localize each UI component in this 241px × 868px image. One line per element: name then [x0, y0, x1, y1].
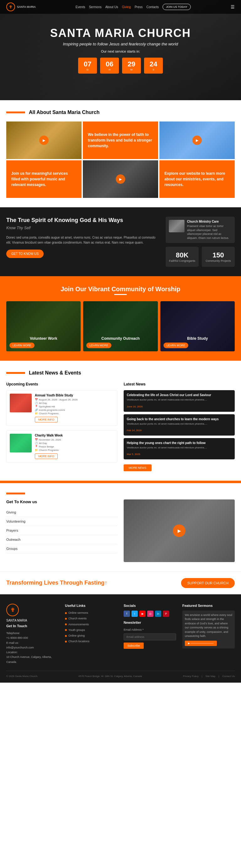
footer-address-bottom: 4576 Peace Bridge, W. 38th St. Calgary, … [78, 675, 142, 678]
event-meta-1: 📅 August 26, 2026 - August 26, 2026 🕐 Al… [35, 398, 78, 415]
stats-row: 80K Faithful Congregants 150 Community P… [166, 247, 235, 267]
nav-sermons[interactable]: Sermons [89, 5, 101, 9]
stat-projects: 150 Community Projects [202, 247, 235, 267]
link-dot [65, 612, 67, 614]
more-news-button[interactable]: MORE NEWS [124, 464, 152, 471]
footer-address: 10 Church Avenue, Calgary, Alberta, Cana… [6, 655, 59, 664]
play-button-3[interactable]: ▶ [116, 175, 125, 184]
worship-learn-more-1[interactable]: LEARN MORE [9, 343, 34, 348]
worship-card-community: Community Outreach LEARN MORE [83, 301, 158, 351]
footer-privacy[interactable]: Privacy Policy [183, 675, 198, 678]
events-col-title: Upcoming Events [6, 382, 117, 386]
news-column: Latest News Celebrating the life of Jesu… [124, 382, 235, 471]
support-button[interactable]: SUPPORT OUR CHURCH [181, 578, 235, 588]
news-item-2: Going back to the ancient churches to le… [124, 414, 235, 436]
worship-card-overlay-3: Bible Study LEARN MORE [160, 301, 235, 351]
footer-links-col: Useful Links Online sermons Church event… [65, 604, 117, 664]
event-btn-2[interactable]: MORE INFO [35, 454, 58, 459]
explore-text: Explore our website to learn more about … [164, 170, 230, 188]
sermon-text: We envision a world where every soul fin… [185, 613, 232, 639]
footer-telephone-label: Telephone: [6, 631, 59, 636]
event-image-1 [10, 394, 32, 412]
footer-bottom: © 2026 Santa Maria Church 4576 Peace Bri… [6, 671, 235, 678]
footer-link-4[interactable]: Youth groups [65, 628, 117, 632]
news-section: Latest News & Events Upcoming Events Ann… [0, 361, 241, 480]
event-image-2 [10, 434, 32, 453]
nav-giving[interactable]: Giving [122, 5, 131, 9]
hero-content: SANTA MARIA CHURCH Inspiring people to f… [50, 27, 191, 73]
event-meta-2: 📅 November 20, 2026 🕐 All Day 📍 Peace Br… [35, 438, 63, 452]
brand-name: SANTA MARIA [17, 5, 36, 8]
subscribe-button[interactable]: Subscribe [124, 643, 144, 649]
nav-press[interactable]: Press [135, 5, 143, 9]
pinterest-icon[interactable]: P [163, 611, 169, 617]
worship-title: Join Our Vibrant Community of Worship [6, 286, 235, 293]
event-date-2: 📅 November 20, 2026 [35, 438, 63, 441]
social-icons: f t ▶ ◎ in P [124, 611, 176, 617]
footer-link-3[interactable]: Announcements [65, 622, 117, 627]
footer-links-title: Useful Links [65, 604, 117, 608]
footer-contact-col: ✟ SANTA MARIA Get In Touch Telephone: +1… [6, 604, 59, 664]
ministry-image [169, 220, 185, 232]
sermon-play-button[interactable]: ▶ ───────────── [185, 641, 217, 646]
know-link-prayers[interactable]: Prayers [6, 526, 117, 535]
nav-contacts[interactable]: Contacts [146, 5, 159, 9]
menu-icon[interactable]: ☰ [231, 4, 235, 9]
ministry-text: Church Ministry Care Praesent vitae tort… [187, 220, 232, 240]
countdown: 07 D 06 H 29 M 24 S [50, 58, 191, 73]
instagram-icon[interactable]: ◎ [147, 611, 154, 617]
nav-about[interactable]: About Us [105, 5, 118, 9]
stat-num-1: 80K [169, 251, 195, 259]
about-header: All About Santa Maria Church [6, 110, 235, 115]
logo: ✟ SANTA MARIA [6, 2, 36, 11]
know-play-button[interactable]: ▶ [173, 525, 185, 537]
know-link-volunteering[interactable]: Volunteering [6, 517, 117, 526]
navigation: ✟ SANTA MARIA Events Sermons About Us Gi… [0, 0, 241, 14]
countdown-days: 07 D [78, 58, 97, 73]
youtube-icon[interactable]: ▶ [139, 611, 145, 617]
event-location-1: 📍 Springfield Hill [35, 405, 78, 408]
church-image: ▶ [6, 122, 82, 159]
nav-events[interactable]: Events [76, 5, 85, 9]
link-dot [65, 635, 67, 637]
countdown-hours: 06 H [100, 58, 119, 73]
know-link-outreach[interactable]: Outreach [6, 535, 117, 544]
footer-email-label: E-mail us: [6, 641, 59, 645]
footer-link-6[interactable]: Church locations [65, 639, 117, 644]
join-button[interactable]: JOIN US TODAY [163, 4, 191, 10]
stat-num-2: 150 [205, 251, 232, 259]
news-col-title: Latest News [124, 382, 235, 386]
footer-copyright: © 2026 Santa Maria Church [6, 675, 37, 678]
spirit-cta-button[interactable]: GET TO KNOW US [6, 250, 44, 258]
worship-learn-more-3[interactable]: LEARN MORE [163, 343, 189, 348]
stat-lbl-2: Community Projects [205, 259, 232, 262]
play-button[interactable]: ▶ [39, 135, 49, 145]
event-btn-1[interactable]: MORE INFO [35, 417, 58, 423]
event-card-2: Charity Walk Week 📅 November 20, 2026 🕐 … [6, 430, 117, 463]
service-label: Our next service starts in: [50, 50, 191, 53]
twitter-icon[interactable]: t [132, 611, 138, 617]
footer-link-1[interactable]: Online sermons [65, 611, 117, 615]
know-link-giving[interactable]: Giving [6, 508, 117, 517]
footer-link-2[interactable]: Church events [65, 616, 117, 621]
linkedin-icon[interactable]: in [155, 611, 161, 617]
event-category-2: 📁 Church Programs [35, 449, 63, 452]
news-item-date-3: Mar 5, 2026 [127, 453, 140, 456]
hero-tagline: Inspiring people to follow Jesus and fea… [50, 42, 191, 46]
highlight-cell: We believe in the power of faith to tran… [83, 122, 158, 159]
footer-contact-link[interactable]: Contact Us [222, 675, 235, 678]
worship-card-overlay-1: Volunteer Work LEARN MORE [6, 301, 81, 351]
know-link-groups[interactable]: Groups [6, 544, 117, 553]
worship-section: Join Our Vibrant Community of Worship Vo… [0, 276, 241, 361]
footer-link-5[interactable]: Online giving [65, 633, 117, 638]
facebook-icon[interactable]: f [124, 611, 130, 617]
play-button-2[interactable]: ▶ [192, 135, 202, 145]
footer-sitemap[interactable]: Site Map [206, 675, 216, 678]
newsletter-input[interactable] [124, 633, 176, 640]
footer-telephone: +1-9000-880-000 [6, 636, 59, 640]
event-title-1: Annual Youth Bible Study [35, 394, 78, 397]
footer-email[interactable]: info@yourchurch.com [6, 645, 59, 650]
event-link-1: 🔗 events.programs.com/s [35, 409, 78, 411]
worship-learn-more-2[interactable]: LEARN MORE [86, 343, 111, 348]
link-dot [65, 618, 67, 620]
